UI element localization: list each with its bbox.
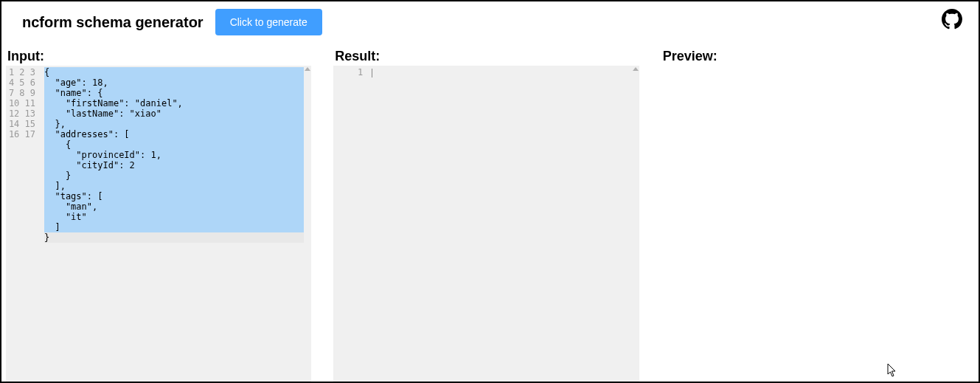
input-panel-header: Input:: [6, 49, 311, 64]
input-code-area[interactable]: { "age": 18, "name": { "firstName": "dan…: [41, 66, 311, 382]
code-line: {: [44, 139, 311, 150]
input-panel: Input: 1 2 3 4 5 6 7 8 9 10 11 12 13 14 …: [6, 49, 311, 382]
code-line: "age": 18,: [44, 77, 311, 88]
main-columns: Input: 1 2 3 4 5 6 7 8 9 10 11 12 13 14 …: [1, 43, 979, 382]
app-title: ncform schema generator: [22, 14, 204, 31]
generate-button[interactable]: Click to generate: [215, 9, 322, 35]
scroll-up-icon: [633, 67, 639, 71]
scroll-up-icon: [305, 67, 310, 71]
result-gutter: 1: [333, 66, 369, 382]
preview-panel: Preview:: [661, 49, 967, 382]
github-icon: [942, 9, 962, 30]
code-line: "firstName": "daniel",: [44, 98, 311, 108]
code-line: ]: [44, 222, 311, 232]
input-editor[interactable]: 1 2 3 4 5 6 7 8 9 10 11 12 13 14 15 16 1…: [6, 66, 311, 382]
code-line: "provinceId": 1,: [44, 150, 311, 160]
result-scrollbar[interactable]: [632, 66, 639, 382]
input-gutter: 1 2 3 4 5 6 7 8 9 10 11 12 13 14 15 16 1…: [6, 66, 41, 382]
code-line: [372, 67, 372, 77]
code-line: ],: [44, 181, 311, 191]
code-line: "lastName": "xiao": [44, 108, 311, 119]
result-code-area[interactable]: [369, 66, 639, 382]
result-editor[interactable]: 1: [333, 66, 639, 382]
code-line: "name": {: [44, 88, 311, 98]
code-line: "man",: [44, 201, 311, 212]
code-line: "it": [44, 212, 311, 222]
header: ncform schema generator Click to generat…: [1, 1, 979, 43]
preview-body: [661, 66, 967, 382]
code-line: {: [44, 67, 311, 77]
github-link[interactable]: [942, 9, 962, 30]
code-line: }: [44, 232, 311, 243]
code-line: }: [44, 170, 311, 181]
result-panel: Result: 1: [333, 49, 639, 382]
code-line: },: [44, 119, 311, 129]
code-line: "cityId": 2: [44, 160, 311, 170]
code-line: "tags": [: [44, 191, 311, 201]
preview-panel-header: Preview:: [661, 49, 967, 64]
input-scrollbar[interactable]: [304, 66, 311, 382]
code-line: "addresses": [: [44, 129, 311, 139]
result-panel-header: Result:: [333, 49, 639, 64]
